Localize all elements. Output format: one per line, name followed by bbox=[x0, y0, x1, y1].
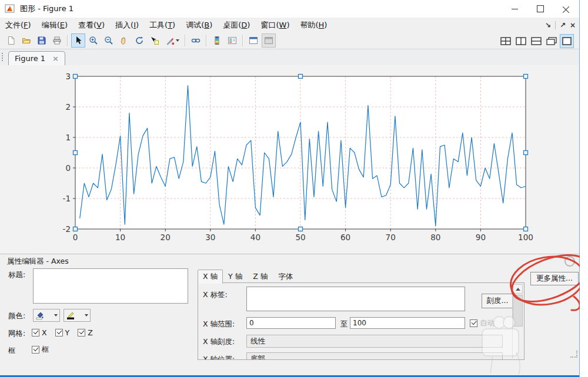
new-figure-icon bbox=[6, 36, 16, 45]
paint-bucket-icon bbox=[35, 311, 46, 320]
box-checkbox[interactable]: 框 bbox=[32, 345, 49, 355]
title-input[interactable] bbox=[33, 268, 188, 304]
selection-handle[interactable] bbox=[524, 227, 528, 231]
tab-x-axis[interactable]: X 轴 bbox=[198, 270, 223, 284]
insert-colorbar-button[interactable] bbox=[210, 33, 224, 48]
tab-figure-1[interactable]: Figure 1 × bbox=[8, 51, 65, 65]
figure-toolbar bbox=[0, 32, 579, 49]
insert-legend-button[interactable] bbox=[225, 33, 239, 48]
property-editor-panel: 属性编辑器 - Axes 标题: 颜色: 网格: XYZ 框 框 X 轴Y 轴Z… bbox=[0, 254, 579, 361]
checkbox-checked-icon[interactable] bbox=[470, 319, 477, 327]
x-tick-label: 40 bbox=[250, 233, 260, 242]
close-figure-icon[interactable]: × bbox=[570, 21, 576, 29]
property-editor-title: 属性编辑器 - Axes bbox=[7, 257, 69, 267]
checkbox-checked-icon[interactable] bbox=[78, 329, 85, 336]
save-figure-button[interactable] bbox=[35, 33, 49, 48]
zoom-out-button[interactable] bbox=[102, 33, 116, 48]
link-plot-icon bbox=[191, 36, 201, 45]
line-color-picker-button[interactable] bbox=[64, 309, 91, 322]
tab-close-icon[interactable]: × bbox=[52, 55, 59, 62]
menu-help[interactable]: 帮助(H) bbox=[295, 18, 332, 32]
link-plot-button[interactable] bbox=[189, 33, 203, 48]
menu-file[interactable]: 文件(F) bbox=[0, 18, 36, 32]
minimize-button[interactable] bbox=[502, 0, 527, 18]
brush-data-button[interactable] bbox=[163, 33, 182, 48]
ticks-button[interactable]: 刻度... bbox=[482, 294, 513, 308]
panel-scrollbar[interactable] bbox=[512, 284, 523, 358]
menu-view[interactable]: 查看(V) bbox=[73, 18, 110, 32]
toolbar-separator bbox=[242, 35, 243, 46]
open-file-button[interactable] bbox=[19, 33, 34, 48]
checkbox-label: Y bbox=[65, 328, 70, 337]
tabbar-grip[interactable] bbox=[2, 53, 5, 61]
x-label-input[interactable] bbox=[246, 287, 465, 311]
toolbar-separator bbox=[185, 35, 186, 46]
x-position-dropdown[interactable]: 底部 bbox=[246, 352, 503, 360]
pointer-tool-button[interactable] bbox=[71, 33, 85, 48]
new-figure-button[interactable] bbox=[4, 33, 18, 48]
axes-plot[interactable]: 0102030405060708090100-2-10123 bbox=[0, 65, 580, 254]
scrollbar-thumb[interactable] bbox=[513, 295, 523, 326]
menu-window[interactable]: 窗口(W) bbox=[255, 18, 295, 32]
undock-figure-icon[interactable]: ↗ bbox=[560, 21, 566, 29]
grid-checkbox-x[interactable]: X bbox=[32, 328, 47, 337]
checkbox-checked-icon[interactable] bbox=[55, 329, 63, 336]
layout-grid-button[interactable] bbox=[499, 34, 513, 48]
selection-handle[interactable] bbox=[299, 227, 303, 231]
tab-label: Figure 1 bbox=[15, 54, 45, 63]
menu-tools[interactable]: 工具(T) bbox=[144, 18, 181, 32]
toolbar-separator bbox=[206, 35, 207, 46]
resize-grip[interactable] bbox=[570, 351, 577, 358]
selection-handle[interactable] bbox=[524, 75, 528, 79]
zoom-in-icon bbox=[89, 36, 98, 45]
show-plot-tools-button[interactable] bbox=[246, 33, 260, 48]
selection-handle[interactable] bbox=[524, 151, 528, 155]
selection-handle[interactable] bbox=[74, 227, 78, 231]
tab-z-axis[interactable]: Z 轴 bbox=[248, 270, 273, 284]
pan-hand-button[interactable] bbox=[117, 33, 131, 48]
selection-handle[interactable] bbox=[74, 151, 78, 155]
title-bar[interactable]: 图形 - Figure 1 bbox=[0, 0, 579, 18]
close-button[interactable] bbox=[553, 0, 579, 18]
rotate-3d-button[interactable] bbox=[132, 33, 146, 48]
layout-single-button[interactable] bbox=[560, 34, 574, 48]
fill-color-picker-button[interactable] bbox=[33, 309, 60, 322]
x-range-from-input[interactable] bbox=[246, 317, 336, 329]
zoom-in-button[interactable] bbox=[86, 33, 101, 48]
open-file-icon bbox=[22, 36, 31, 45]
menu-insert[interactable]: 插入(I) bbox=[110, 18, 144, 32]
selection-handle[interactable] bbox=[74, 75, 78, 79]
checkbox-checked-icon[interactable] bbox=[32, 329, 39, 336]
auto-checkbox-label: 自动 bbox=[480, 318, 495, 328]
data-cursor-icon bbox=[150, 36, 159, 45]
x-tick-label: 70 bbox=[386, 233, 396, 242]
chevron-down-icon bbox=[85, 314, 88, 317]
brush-dropdown-icon[interactable] bbox=[176, 39, 179, 42]
layout-rows-button[interactable] bbox=[529, 34, 543, 48]
grid-checkbox-y[interactable]: Y bbox=[55, 328, 70, 337]
x-scale-dropdown[interactable]: 线性 bbox=[246, 335, 503, 348]
y-tick-label: 2 bbox=[65, 102, 71, 112]
tab-font[interactable]: 字体 bbox=[273, 270, 298, 284]
menu-edit[interactable]: 编辑(E) bbox=[36, 18, 73, 32]
layout-columns-button[interactable] bbox=[514, 34, 528, 48]
maximize-icon bbox=[537, 5, 544, 12]
hide-plot-tools-icon bbox=[264, 36, 273, 45]
menu-debug[interactable]: 调试(B) bbox=[181, 18, 218, 32]
menu-desktop[interactable]: 桌面(D) bbox=[218, 18, 255, 32]
figure-canvas[interactable]: 0102030405060708090100-2-10123 bbox=[0, 65, 579, 254]
checkbox-checked-icon[interactable] bbox=[32, 346, 39, 354]
maximize-button[interactable] bbox=[527, 0, 553, 18]
grid-checkbox-z[interactable]: Z bbox=[78, 328, 93, 337]
hide-plot-tools-button[interactable] bbox=[262, 33, 276, 48]
data-cursor-button[interactable] bbox=[148, 33, 162, 48]
print-figure-button[interactable] bbox=[50, 33, 64, 48]
more-properties-button[interactable]: 更多属性... bbox=[530, 272, 579, 285]
selection-handle[interactable] bbox=[299, 75, 303, 79]
layout-cascade-button[interactable] bbox=[544, 34, 559, 48]
auto-range-checkbox[interactable]: 自动 bbox=[470, 318, 495, 328]
tab-y-axis[interactable]: Y 轴 bbox=[223, 270, 248, 284]
scroll-up-icon[interactable] bbox=[513, 284, 523, 294]
x-range-to-input[interactable] bbox=[350, 317, 465, 329]
dock-figure-icon[interactable]: ↘ bbox=[545, 21, 551, 29]
